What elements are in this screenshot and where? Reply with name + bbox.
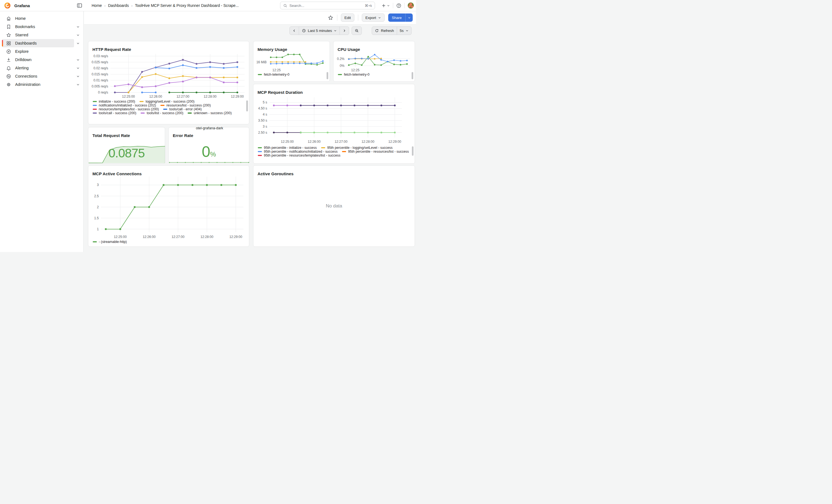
refresh-button[interactable]: Refresh: [372, 26, 397, 35]
time-shift-forward-button[interactable]: [339, 26, 349, 35]
legend-item[interactable]: 95th percentile - resources/list - succe…: [342, 150, 409, 154]
sidebar-item-starred[interactable]: Starred: [2, 31, 74, 39]
divider: [405, 3, 405, 8]
legend-label: 95th percentile - initialize - success: [264, 146, 317, 150]
svg-text:3: 3: [97, 183, 99, 187]
add-new-button[interactable]: [381, 3, 390, 8]
legend-scrollbar[interactable]: [412, 72, 413, 79]
chart-legend: initialize - success (200)logging/setLev…: [93, 100, 245, 123]
dashboard-canvas: Last 5 minutes Refresh 5s HTTP Request R…: [84, 25, 416, 252]
sidebar-item-connections[interactable]: Connections: [2, 72, 74, 80]
breadcrumb-separator: ›: [104, 4, 105, 8]
search-input[interactable]: Search... ⌘+k: [280, 2, 375, 9]
favorite-star-button[interactable]: [328, 15, 334, 21]
chart-legend: - (streamable-http): [93, 240, 245, 246]
sidebar-item-alerting[interactable]: Alerting: [2, 64, 74, 72]
legend-scrollbar[interactable]: [246, 100, 248, 111]
legend-item[interactable]: 95th percentile - logging/setLevel - suc…: [321, 146, 393, 150]
search-icon: [283, 4, 287, 8]
sidebar-item-home[interactable]: Home: [2, 14, 82, 23]
search-placeholder: Search...: [289, 4, 363, 8]
svg-text:12:25:00: 12:25:00: [122, 95, 135, 99]
sidebar-item-label: Administration: [15, 82, 41, 87]
legend-scrollbar[interactable]: [412, 147, 414, 156]
sidebar-item-dashboards[interactable]: Dashboards: [2, 39, 74, 47]
time-shift-back-button[interactable]: [289, 26, 299, 35]
chevron-down-icon[interactable]: [74, 23, 82, 30]
share-button[interactable]: Share: [388, 14, 405, 22]
svg-text:2.50 s: 2.50 s: [258, 131, 267, 135]
sidebar-item-drilldown[interactable]: Drilldown: [2, 56, 74, 64]
mcp-active-connections-chart[interactable]: 12:25:0012:26:0012:27:0012:28:0012:29:00…: [90, 174, 248, 239]
sidebar-item-bookmarks[interactable]: Bookmarks: [2, 23, 74, 31]
legend-swatch: [93, 112, 97, 114]
legend-swatch: [160, 105, 164, 106]
legend-swatch: [163, 109, 167, 110]
mcp-request-duration-chart[interactable]: 12:25:0012:26:0012:27:0012:28:0012:29:00…: [256, 94, 413, 144]
export-button[interactable]: Export: [362, 14, 385, 22]
svg-text:12:26:00: 12:26:00: [143, 235, 156, 239]
legend-item[interactable]: initialize - success (200): [93, 100, 135, 103]
legend-item[interactable]: fetch-telemetry-0: [338, 73, 369, 77]
grafana-logo-icon[interactable]: [4, 2, 11, 9]
svg-text:12:28:00: 12:28:00: [204, 95, 216, 99]
svg-text:5 s: 5 s: [263, 100, 267, 104]
chevron-down-icon[interactable]: [74, 64, 82, 72]
svg-text:0.01 req/s: 0.01 req/s: [94, 78, 108, 82]
edit-button[interactable]: Edit: [341, 14, 354, 22]
panel-total-request-rate: Total Request Rate 0.0875: [88, 127, 165, 164]
memory-usage-chart[interactable]: 12:2516 MiB: [255, 49, 329, 73]
user-avatar[interactable]: [408, 2, 414, 8]
refresh-interval-picker[interactable]: 5s: [397, 26, 412, 35]
divider: [358, 15, 358, 21]
legend-item[interactable]: 95th percentile - notifications/initiali…: [258, 150, 338, 154]
cpu-usage-chart[interactable]: 12:250.2%0%: [335, 49, 414, 73]
breadcrumb-home[interactable]: Home: [92, 3, 102, 8]
sidebar-row-connections: Connections: [2, 72, 82, 80]
legend-label: initialize - success (200): [99, 100, 135, 103]
sidebar-item-explore[interactable]: Explore: [2, 47, 82, 56]
legend-item[interactable]: 95th percentile - resources/templates/li…: [258, 154, 340, 157]
help-button[interactable]: [396, 3, 401, 8]
legend-item[interactable]: tools/call - success (200): [93, 111, 136, 115]
chevron-down-icon[interactable]: [74, 81, 82, 88]
chart-legend: 95th percentile - initialize - success95…: [258, 146, 411, 162]
stat-value: 0.0875: [108, 147, 145, 159]
chevron-down-icon[interactable]: [74, 31, 82, 39]
legend-label: fetch-telemetry-0: [264, 73, 289, 77]
sidebar-row-explore: Explore: [2, 47, 82, 56]
legend-item[interactable]: resources/list - success (200): [160, 103, 211, 107]
dock-sidebar-icon[interactable]: [77, 2, 82, 8]
panel-title[interactable]: Error Rate: [173, 133, 193, 138]
legend-item[interactable]: fetch-telemetry-0: [258, 73, 289, 77]
panel-mcp-active-connections: MCP Active Connections 12:25:0012:26:001…: [88, 165, 249, 247]
chevron-down-icon[interactable]: [74, 72, 82, 80]
chevron-down-icon[interactable]: [74, 39, 82, 47]
share-menu-button[interactable]: [405, 14, 413, 22]
panel-title[interactable]: Total Request Rate: [93, 133, 130, 138]
sidebar-item-administration[interactable]: Administration: [2, 80, 74, 88]
legend-item[interactable]: notifications/initialized - success (202…: [93, 103, 156, 107]
legend-swatch: [258, 147, 262, 148]
breadcrumb-dashboards[interactable]: Dashboards: [108, 3, 129, 8]
breadcrumb: Home › Dashboards › ToolHive MCP Server …: [92, 0, 239, 11]
legend-item[interactable]: - (streamable-http): [93, 240, 127, 244]
http-request-rate-chart[interactable]: 12:25:0012:26:0012:27:0012:28:0012:29:00…: [90, 51, 248, 99]
legend-item[interactable]: unknown - success (200): [188, 111, 232, 115]
sidebar-row-home: Home: [2, 14, 82, 23]
brand-name: Grafana: [14, 3, 30, 8]
zoom-out-time-button[interactable]: [352, 26, 362, 35]
legend-item[interactable]: tools/call - error (404): [163, 107, 202, 111]
legend-label: 95th percentile - notifications/initiali…: [264, 150, 338, 154]
time-range-picker[interactable]: Last 5 minutes: [299, 26, 340, 35]
panel-mcp-request-duration: MCP Request Duration 12:25:0012:26:0012:…: [253, 84, 415, 164]
legend-item[interactable]: logging/setLevel - success (200): [139, 100, 194, 103]
chevron-down-icon[interactable]: [74, 56, 82, 63]
sidebar-item-label: Home: [15, 16, 26, 21]
svg-text:0.2%: 0.2%: [337, 57, 345, 61]
legend-swatch: [258, 74, 262, 75]
legend-item[interactable]: 95th percentile - initialize - success: [258, 146, 317, 150]
legend-scrollbar[interactable]: [327, 72, 328, 79]
legend-item[interactable]: tools/list - success (200): [140, 111, 183, 115]
legend-item[interactable]: resources/templates/list - success (200): [93, 107, 159, 111]
